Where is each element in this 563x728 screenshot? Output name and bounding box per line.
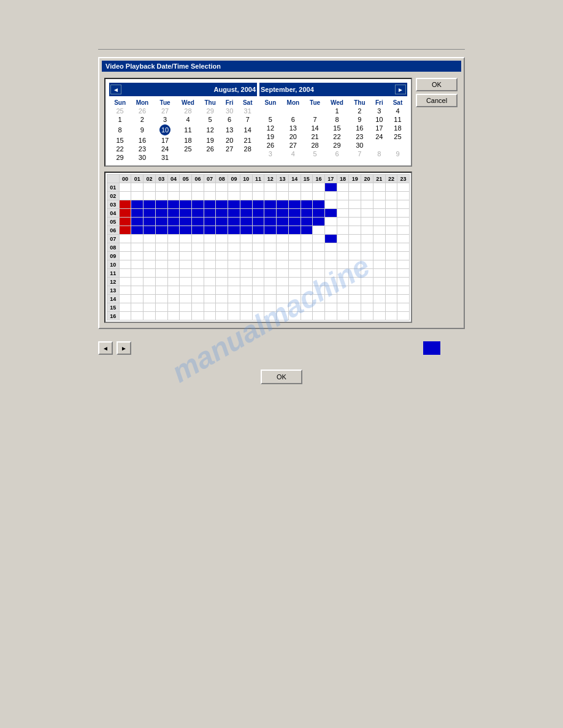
timeline-cell[interactable]: [119, 312, 131, 320]
timeline-cell[interactable]: [180, 278, 192, 286]
timeline-cell[interactable]: [144, 252, 156, 260]
timeline-cell[interactable]: [119, 226, 131, 235]
timeline-cell[interactable]: [349, 312, 361, 320]
timeline-cell[interactable]: [373, 252, 385, 260]
nav-next-button[interactable]: ►: [117, 341, 131, 355]
timeline-cell[interactable]: [119, 252, 131, 260]
timeline-cell[interactable]: [349, 269, 361, 278]
timeline-cell[interactable]: [337, 235, 349, 243]
timeline-cell[interactable]: [324, 218, 337, 226]
timeline-cell[interactable]: [288, 235, 301, 243]
timeline-cell[interactable]: [155, 278, 167, 286]
timeline-cell[interactable]: [373, 200, 385, 209]
timeline-cell[interactable]: [288, 303, 301, 312]
timeline-cell[interactable]: [240, 312, 252, 320]
timeline-cell[interactable]: [264, 200, 277, 209]
timeline-cell[interactable]: [192, 278, 204, 286]
timeline-cell[interactable]: [180, 183, 192, 192]
timeline-cell[interactable]: [155, 252, 167, 260]
timeline-cell[interactable]: [252, 295, 264, 303]
timeline-cell[interactable]: [119, 243, 131, 252]
timeline-cell[interactable]: [144, 235, 156, 243]
timeline-cell[interactable]: [144, 303, 156, 312]
calendar-day[interactable]: 10: [154, 124, 177, 136]
timeline-cell[interactable]: [216, 286, 228, 295]
timeline-cell[interactable]: [131, 209, 144, 218]
timeline-cell[interactable]: [324, 200, 337, 209]
timeline-cell[interactable]: [119, 192, 131, 200]
timeline-cell[interactable]: [373, 183, 385, 192]
timeline-cell[interactable]: [301, 243, 313, 252]
timeline-cell[interactable]: [119, 209, 131, 218]
timeline-cell[interactable]: [385, 278, 397, 286]
timeline-cell[interactable]: [167, 286, 180, 295]
timeline-cell[interactable]: [252, 226, 264, 235]
timeline-cell[interactable]: [373, 235, 385, 243]
timeline-cell[interactable]: [385, 286, 397, 295]
timeline-cell[interactable]: [228, 278, 240, 286]
timeline-cell[interactable]: [192, 183, 204, 192]
timeline-cell[interactable]: [228, 286, 240, 295]
calendar-day[interactable]: 24: [154, 145, 177, 153]
timeline-cell[interactable]: [204, 218, 216, 226]
timeline-cell[interactable]: [264, 226, 277, 235]
calendar-day[interactable]: 15: [109, 136, 131, 145]
timeline-cell[interactable]: [349, 252, 361, 260]
timeline-cell[interactable]: [180, 286, 192, 295]
timeline-cell[interactable]: [155, 269, 167, 278]
calendar-day[interactable]: 7: [238, 115, 257, 124]
timeline-cell[interactable]: [180, 209, 192, 218]
timeline-cell[interactable]: [397, 209, 410, 218]
calendar-day[interactable]: 9: [349, 115, 370, 124]
timeline-cell[interactable]: [144, 260, 156, 269]
calendar-day[interactable]: 11: [176, 124, 199, 136]
timeline-cell[interactable]: [240, 226, 252, 235]
timeline-cell[interactable]: [385, 243, 397, 252]
timeline-cell[interactable]: [385, 269, 397, 278]
timeline-cell[interactable]: [385, 209, 397, 218]
calendar-day[interactable]: 13: [221, 124, 239, 136]
timeline-cell[interactable]: [264, 235, 277, 243]
timeline-cell[interactable]: [361, 218, 373, 226]
timeline-cell[interactable]: [131, 286, 144, 295]
timeline-cell[interactable]: [349, 278, 361, 286]
timeline-cell[interactable]: [277, 252, 289, 260]
timeline-cell[interactable]: [204, 200, 216, 209]
timeline-cell[interactable]: [264, 303, 277, 312]
timeline-cell[interactable]: [264, 192, 277, 200]
timeline-cell[interactable]: [180, 218, 192, 226]
calendar-day[interactable]: 7: [349, 150, 370, 158]
timeline-cell[interactable]: [167, 278, 180, 286]
timeline-cell[interactable]: [361, 192, 373, 200]
timeline-cell[interactable]: [361, 243, 373, 252]
timeline-cell[interactable]: [252, 286, 264, 295]
timeline-cell[interactable]: [204, 269, 216, 278]
calendar-day[interactable]: 28: [305, 141, 325, 150]
timeline-cell[interactable]: [324, 183, 337, 192]
timeline-cell[interactable]: [216, 303, 228, 312]
timeline-cell[interactable]: [373, 260, 385, 269]
timeline-cell[interactable]: [228, 218, 240, 226]
calendar-day[interactable]: 30: [349, 141, 370, 150]
timeline-cell[interactable]: [167, 192, 180, 200]
timeline-cell[interactable]: [301, 312, 313, 320]
timeline-cell[interactable]: [264, 260, 277, 269]
timeline-cell[interactable]: [192, 286, 204, 295]
timeline-cell[interactable]: [204, 183, 216, 192]
timeline-cell[interactable]: [361, 226, 373, 235]
timeline-cell[interactable]: [337, 226, 349, 235]
timeline-cell[interactable]: [313, 269, 325, 278]
timeline-cell[interactable]: [240, 200, 252, 209]
timeline-cell[interactable]: [373, 226, 385, 235]
timeline-cell[interactable]: [301, 286, 313, 295]
calendar-day[interactable]: 19: [199, 136, 220, 145]
timeline-cell[interactable]: [324, 312, 337, 320]
timeline-cell[interactable]: [337, 192, 349, 200]
timeline-cell[interactable]: [397, 243, 410, 252]
timeline-cell[interactable]: [385, 200, 397, 209]
calendar-day[interactable]: 21: [305, 132, 325, 141]
timeline-cell[interactable]: [204, 278, 216, 286]
timeline-cell[interactable]: [349, 226, 361, 235]
timeline-cell[interactable]: [337, 243, 349, 252]
timeline-cell[interactable]: [192, 209, 204, 218]
